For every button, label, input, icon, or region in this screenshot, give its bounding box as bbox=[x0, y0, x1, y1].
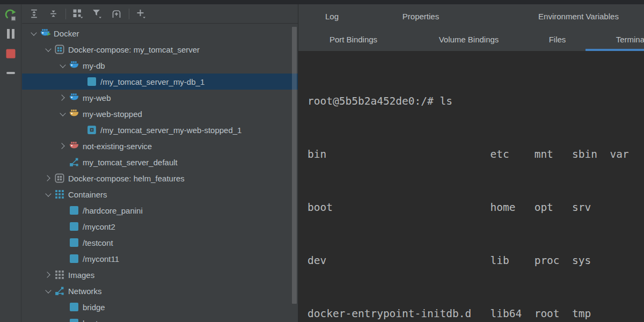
service-running-icon bbox=[69, 93, 79, 103]
docker-tool-window: Docker Docker-compose: my_tomcat_server … bbox=[0, 4, 298, 322]
chevron-down-icon[interactable] bbox=[41, 283, 55, 299]
tab-files[interactable]: Files bbox=[529, 28, 586, 51]
tree-item-label: /testcont bbox=[83, 238, 113, 247]
chevron-down-icon[interactable] bbox=[27, 25, 40, 41]
tree-row-containers[interactable]: Containers bbox=[22, 186, 298, 202]
chevron-right-icon[interactable] bbox=[41, 267, 55, 283]
tree-row-bridge[interactable]: bridge bbox=[22, 299, 298, 315]
tree-row-default-network[interactable]: my_tomcat_server_default bbox=[22, 154, 298, 170]
detail-tabs-row-1: Log Properties Environment Variables bbox=[298, 4, 644, 28]
collapse-all-icon bbox=[49, 9, 58, 18]
tree-item-label: bridge bbox=[83, 303, 105, 312]
filter-button[interactable] bbox=[89, 7, 105, 21]
tab-log[interactable]: Log bbox=[298, 4, 365, 28]
chevron-spacer bbox=[56, 251, 69, 267]
tree-row-my-web-stopped-container[interactable]: /my_tomcat_server_my-web-stopped_1 bbox=[22, 122, 298, 138]
tree-row-my-db[interactable]: my-db bbox=[22, 57, 298, 74]
docker-icon bbox=[40, 28, 50, 38]
left-action-strip bbox=[0, 4, 21, 322]
tree-item-label: Images bbox=[68, 270, 94, 280]
tree-item-label: /mycont2 bbox=[83, 222, 115, 231]
toolbar-separator bbox=[65, 9, 66, 19]
tree-item-label: Docker bbox=[54, 29, 79, 38]
tree-row-mycont11[interactable]: /mycont11 bbox=[22, 251, 298, 267]
tree-row-compose-my-tomcat-server[interactable]: Docker-compose: my_tomcat_server bbox=[22, 41, 298, 57]
add-connection-button[interactable] bbox=[133, 7, 149, 21]
expand-all-button[interactable] bbox=[26, 7, 42, 21]
new-tab-icon bbox=[111, 9, 122, 19]
tree-row-mycont2[interactable]: /mycont2 bbox=[22, 218, 298, 235]
stop-icon bbox=[6, 49, 16, 58]
tree-row-my-web-stopped[interactable]: my-web-stopped bbox=[22, 106, 298, 122]
chevron-down-icon[interactable] bbox=[41, 41, 55, 57]
tab-terminal[interactable]: Terminal bbox=[586, 28, 644, 51]
new-tab-button[interactable] bbox=[108, 7, 125, 21]
tree-item-label: /my_tomcat_server_my-db_1 bbox=[100, 77, 204, 86]
tree-item-label: /hardcore_panini bbox=[83, 206, 143, 215]
tree-item-label: Containers bbox=[68, 190, 107, 199]
disconnect-icon bbox=[6, 71, 15, 75]
tab-environment-variables[interactable]: Environment Variables bbox=[476, 4, 644, 28]
collapse-all-button[interactable] bbox=[45, 7, 61, 21]
disconnect-button[interactable] bbox=[6, 71, 15, 75]
service-stopped-icon bbox=[69, 109, 79, 119]
tree-row-compose-helm-features[interactable]: Docker-compose: helm_features bbox=[22, 170, 298, 186]
tree-row-my-web[interactable]: my-web bbox=[22, 90, 298, 106]
network-item-icon bbox=[70, 303, 78, 311]
tree-row-docker[interactable]: Docker bbox=[22, 25, 298, 41]
tree-item-label: /my_tomcat_server_my-web-stopped_1 bbox=[100, 126, 241, 135]
services-tree: Docker Docker-compose: my_tomcat_server … bbox=[22, 24, 298, 322]
chevron-down-icon[interactable] bbox=[56, 57, 69, 74]
filter-icon bbox=[92, 9, 103, 19]
networks-icon bbox=[55, 286, 64, 296]
tree-row-images[interactable]: Images bbox=[22, 267, 298, 283]
container-detail-panel: Log Properties Environment Variables Por… bbox=[298, 4, 644, 322]
tree-item-label: Docker-compose: my_tomcat_server bbox=[68, 45, 200, 54]
container-running-icon bbox=[70, 238, 78, 247]
chevron-spacer bbox=[56, 315, 69, 322]
chevron-spacer bbox=[74, 122, 87, 138]
chevron-spacer bbox=[56, 235, 69, 251]
view-options-button[interactable] bbox=[70, 7, 86, 21]
tree-scrollbar[interactable] bbox=[292, 27, 297, 304]
terminal-output[interactable]: root@5b5b2a452de0:/# ls bin etc mnt sbin… bbox=[298, 51, 644, 322]
stop-button[interactable] bbox=[6, 49, 16, 58]
connected-badge-icon bbox=[47, 32, 52, 36]
tree-row-host[interactable]: host bbox=[22, 315, 298, 322]
tab-volume-bindings[interactable]: Volume Bindings bbox=[408, 28, 529, 51]
toolbar-separator bbox=[129, 9, 129, 19]
tree-row-not-existing-service[interactable]: not-existing-service bbox=[22, 138, 298, 154]
chevron-down-icon[interactable] bbox=[56, 106, 69, 122]
container-running-icon bbox=[70, 222, 78, 231]
tree-row-testcont[interactable]: /testcont bbox=[22, 235, 298, 251]
pause-icon bbox=[6, 28, 16, 39]
chevron-right-icon[interactable] bbox=[56, 138, 69, 154]
tree-row-my-db-container[interactable]: /my_tomcat_server_my-db_1 bbox=[22, 74, 298, 90]
tree-row-networks[interactable]: Networks bbox=[22, 283, 298, 299]
chevron-right-icon[interactable] bbox=[56, 90, 69, 106]
tree-item-label: my-web bbox=[83, 93, 111, 103]
view-options-icon bbox=[72, 9, 84, 19]
chevron-spacer bbox=[74, 74, 87, 90]
pause-button[interactable] bbox=[6, 28, 16, 39]
tab-port-bindings[interactable]: Port Bindings bbox=[298, 28, 408, 51]
chevron-spacer bbox=[56, 218, 69, 235]
chevron-right-icon[interactable] bbox=[41, 170, 55, 186]
add-icon bbox=[136, 9, 147, 19]
chevron-down-icon[interactable] bbox=[41, 186, 55, 202]
chevron-spacer bbox=[56, 299, 69, 315]
tab-properties[interactable]: Properties bbox=[365, 4, 476, 28]
tree-row-hardcore-panini[interactable]: /hardcore_panini bbox=[22, 202, 298, 218]
redeploy-button[interactable] bbox=[4, 9, 17, 21]
containers-icon bbox=[55, 189, 64, 199]
tree-item-label: my-db bbox=[83, 61, 105, 70]
tree-item-label: /mycont11 bbox=[83, 254, 119, 264]
tree-item-label: host bbox=[83, 319, 98, 322]
detail-tabs-row-2: Port Bindings Volume Bindings Files Term… bbox=[298, 28, 644, 51]
terminal-line: boot home opt srv bbox=[308, 199, 644, 216]
service-error-icon bbox=[69, 141, 79, 151]
container-running-icon bbox=[70, 206, 78, 215]
container-running-icon bbox=[70, 254, 78, 263]
tree-item-label: my-web-stopped bbox=[83, 109, 142, 119]
network-icon bbox=[69, 157, 79, 167]
